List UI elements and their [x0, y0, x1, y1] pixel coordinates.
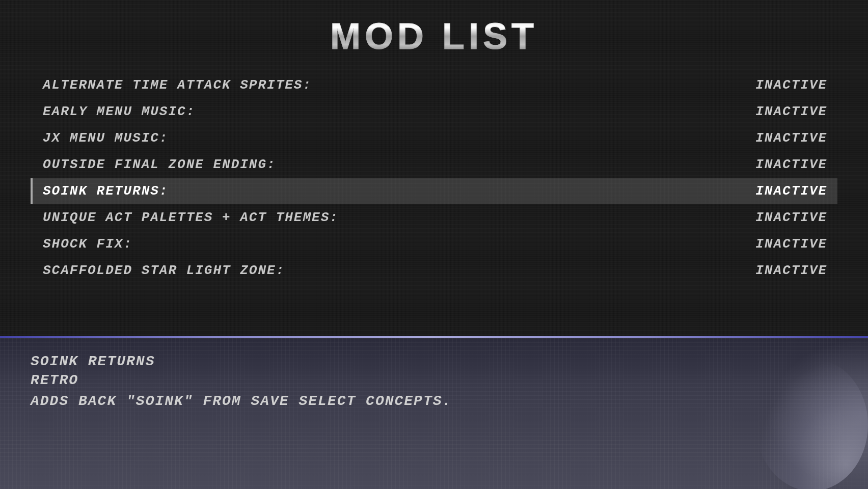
mod-name: SHOCK FIX:	[43, 236, 132, 252]
mod-list-item[interactable]: OUTSIDE FINAL ZONE ENDING:INACTIVE	[31, 152, 837, 177]
mod-list-item[interactable]: UNIQUE ACT PALETTES + ACT THEMES:INACTIV…	[31, 205, 837, 230]
mod-status: INACTIVE	[755, 183, 827, 199]
mod-name: OUTSIDE FINAL ZONE ENDING:	[43, 157, 276, 172]
mod-list-item[interactable]: SOINK RETURNS:INACTIVE	[31, 178, 837, 204]
mod-list: ALTERNATE TIME ATTACK SPRITES:INACTIVEEA…	[0, 72, 868, 283]
mod-status: INACTIVE	[755, 263, 827, 278]
mod-status: INACTIVE	[755, 157, 827, 172]
mod-name: SCAFFOLDED STAR LIGHT ZONE:	[43, 263, 285, 278]
corner-graphic	[756, 359, 868, 489]
mod-name: SOINK RETURNS:	[43, 183, 168, 199]
info-panel: SOINK RETURNS RETRO ADDS BACK "SOINK" FR…	[0, 338, 868, 489]
mod-status: INACTIVE	[755, 77, 827, 93]
mod-status: INACTIVE	[755, 104, 827, 119]
mod-list-item[interactable]: ALTERNATE TIME ATTACK SPRITES:INACTIVE	[31, 72, 837, 98]
info-description: ADDS BACK "SOINK" FROM SAVE SELECT CONCE…	[31, 393, 837, 409]
mod-list-item[interactable]: SHOCK FIX:INACTIVE	[31, 231, 837, 257]
title-area: MOD LIST	[0, 0, 868, 72]
info-subtitle: RETRO	[31, 372, 837, 388]
main-area: MOD LIST ALTERNATE TIME ATTACK SPRITES:I…	[0, 0, 868, 336]
info-title: SOINK RETURNS	[31, 354, 837, 369]
mod-status: INACTIVE	[755, 236, 827, 252]
mod-name: EARLY MENU MUSIC:	[43, 104, 195, 119]
mod-name: ALTERNATE TIME ATTACK SPRITES:	[43, 77, 312, 93]
mod-list-item[interactable]: EARLY MENU MUSIC:INACTIVE	[31, 99, 837, 124]
mod-name: JX MENU MUSIC:	[43, 130, 168, 146]
mod-list-item[interactable]: SCAFFOLDED STAR LIGHT ZONE:INACTIVE	[31, 258, 837, 283]
page-title: MOD LIST	[0, 15, 868, 57]
mod-list-item[interactable]: JX MENU MUSIC:INACTIVE	[31, 125, 837, 151]
mod-status: INACTIVE	[755, 130, 827, 146]
mod-status: INACTIVE	[755, 210, 827, 225]
mod-name: UNIQUE ACT PALETTES + ACT THEMES:	[43, 210, 339, 225]
